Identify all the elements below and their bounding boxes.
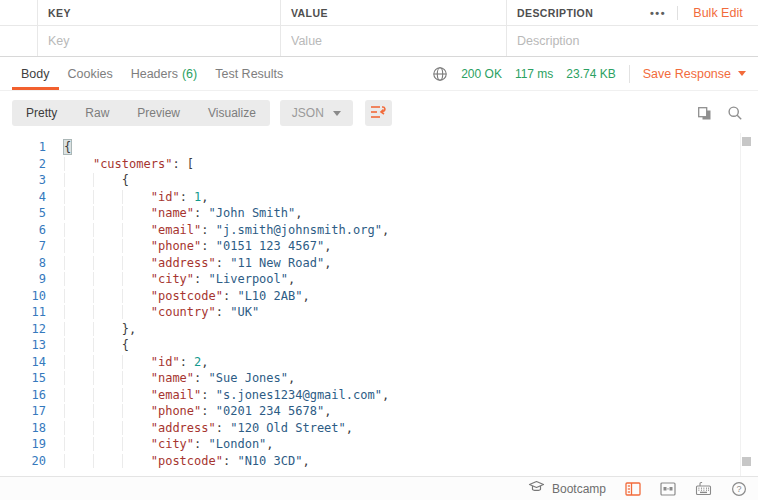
save-response-button[interactable]: Save Response bbox=[643, 67, 746, 81]
beautify-icon bbox=[370, 105, 387, 122]
line-number: 19 bbox=[0, 436, 46, 453]
line-content: { bbox=[46, 337, 129, 354]
code-line: 20 "postcode": "N10 3CD", bbox=[0, 453, 758, 470]
line-content: "city": "Liverpool", bbox=[46, 271, 295, 288]
line-content: "country": "UK" bbox=[46, 304, 259, 321]
status-code: 200 OK bbox=[461, 67, 502, 81]
response-size: 23.74 KB bbox=[566, 67, 615, 81]
indent-guide bbox=[64, 256, 93, 270]
indent-guide bbox=[93, 388, 122, 402]
line-number: 7 bbox=[0, 238, 46, 255]
scrollbar-thumb-bottom[interactable] bbox=[742, 457, 751, 466]
line-number: 8 bbox=[0, 255, 46, 272]
code-line: 11 "country": "UK" bbox=[0, 304, 758, 321]
tab-headers[interactable]: Headers(6) bbox=[122, 57, 207, 90]
indent-guide bbox=[122, 421, 151, 435]
indent-guide bbox=[64, 239, 93, 253]
bootcamp-button[interactable]: Bootcamp bbox=[528, 480, 606, 497]
tab-label: Cookies bbox=[68, 67, 113, 81]
indent-guide bbox=[93, 305, 122, 319]
mode-raw[interactable]: Raw bbox=[71, 100, 123, 126]
two-pane-layout-icon[interactable] bbox=[660, 482, 676, 496]
mode-preview[interactable]: Preview bbox=[123, 100, 194, 126]
code-line: 2 "customers": [ bbox=[0, 156, 758, 173]
scrollbar-track bbox=[740, 133, 741, 476]
line-number: 12 bbox=[0, 321, 46, 338]
keyboard-shortcuts-icon[interactable] bbox=[695, 481, 712, 496]
indent-guide bbox=[64, 421, 93, 435]
search-icon[interactable] bbox=[727, 105, 743, 121]
indent-guide bbox=[122, 305, 151, 319]
params-header-row: KEY VALUE DESCRIPTION ••• Bulk Edit bbox=[0, 0, 758, 26]
code-line: 4 "id": 1, bbox=[0, 189, 758, 206]
chevron-down-icon bbox=[738, 71, 746, 76]
indent-guide bbox=[64, 338, 93, 352]
indent-guide bbox=[93, 454, 122, 468]
bulk-edit-button[interactable]: Bulk Edit bbox=[678, 6, 758, 20]
line-number: 20 bbox=[0, 453, 46, 470]
response-body-editor[interactable]: 1{2 "customers": [3 {4 "id": 1,5 "name":… bbox=[0, 133, 758, 476]
globe-icon[interactable] bbox=[432, 66, 448, 82]
indent-guide bbox=[122, 272, 151, 286]
indent-guide bbox=[122, 190, 151, 204]
line-content: "email": "s.jones1234@gmail.com", bbox=[46, 387, 389, 404]
key-header-label: KEY bbox=[48, 7, 71, 19]
response-section-bar: BodyCookiesHeaders(6)Test Results 200 OK… bbox=[0, 57, 758, 91]
indent-guide bbox=[122, 223, 151, 237]
graduation-cap-icon bbox=[528, 480, 545, 497]
indent-guide bbox=[122, 388, 151, 402]
line-number: 16 bbox=[0, 387, 46, 404]
line-content: "phone": "0151 123 4567", bbox=[46, 238, 331, 255]
beautify-button[interactable] bbox=[365, 100, 392, 126]
tab-cookies[interactable]: Cookies bbox=[59, 57, 122, 90]
code-line: 10 "postcode": "L10 2AB", bbox=[0, 288, 758, 305]
indent-guide bbox=[122, 404, 151, 418]
line-number: 1 bbox=[0, 139, 46, 156]
tab-body[interactable]: Body bbox=[12, 57, 59, 90]
line-number: 4 bbox=[0, 189, 46, 206]
indent-guide bbox=[93, 272, 122, 286]
line-content: "city": "London", bbox=[46, 436, 274, 453]
row-handle[interactable] bbox=[0, 26, 38, 56]
code-line: 19 "city": "London", bbox=[0, 436, 758, 453]
line-content: }, bbox=[46, 321, 136, 338]
more-options-icon[interactable]: ••• bbox=[639, 7, 677, 19]
line-number: 13 bbox=[0, 337, 46, 354]
description-input[interactable] bbox=[517, 34, 758, 48]
mode-visualize[interactable]: Visualize bbox=[194, 100, 270, 126]
indent-guide bbox=[122, 437, 151, 451]
indent-guide bbox=[93, 256, 122, 270]
indent-guide bbox=[93, 173, 122, 187]
language-dropdown[interactable]: JSON bbox=[280, 100, 353, 126]
line-content: "email": "j.smith@johnsmith.org", bbox=[46, 222, 389, 239]
code-line: 15 "name": "Sue Jones", bbox=[0, 370, 758, 387]
value-input[interactable] bbox=[291, 34, 506, 48]
indent-guide bbox=[64, 437, 93, 451]
code-line: 17 "phone": "0201 234 5678", bbox=[0, 403, 758, 420]
save-response-label: Save Response bbox=[643, 67, 731, 81]
scrollbar-thumb-top[interactable] bbox=[742, 137, 751, 146]
indent-guide bbox=[64, 223, 93, 237]
line-content: "postcode": "L10 2AB", bbox=[46, 288, 310, 305]
key-input[interactable] bbox=[48, 34, 280, 48]
tab-test-results[interactable]: Test Results bbox=[206, 57, 292, 90]
indent-guide bbox=[64, 305, 93, 319]
line-number: 10 bbox=[0, 288, 46, 305]
params-input-row bbox=[0, 26, 758, 57]
indent-guide bbox=[64, 355, 93, 369]
line-content: "address": "120 Old Street", bbox=[46, 420, 353, 437]
language-label: JSON bbox=[292, 106, 324, 120]
indent-guide bbox=[122, 206, 151, 220]
indent-guide bbox=[93, 404, 122, 418]
code-lines: 1{2 "customers": [3 {4 "id": 1,5 "name":… bbox=[0, 139, 758, 469]
line-number: 11 bbox=[0, 304, 46, 321]
line-content: { bbox=[46, 172, 129, 189]
help-icon[interactable]: ? bbox=[731, 481, 747, 497]
mode-pretty[interactable]: Pretty bbox=[12, 100, 71, 126]
console-icon[interactable] bbox=[625, 482, 641, 496]
line-content: "id": 1, bbox=[46, 189, 209, 206]
indent-guide bbox=[64, 388, 93, 402]
copy-icon[interactable] bbox=[697, 106, 712, 121]
line-content: { bbox=[46, 139, 71, 156]
code-line: 7 "phone": "0151 123 4567", bbox=[0, 238, 758, 255]
